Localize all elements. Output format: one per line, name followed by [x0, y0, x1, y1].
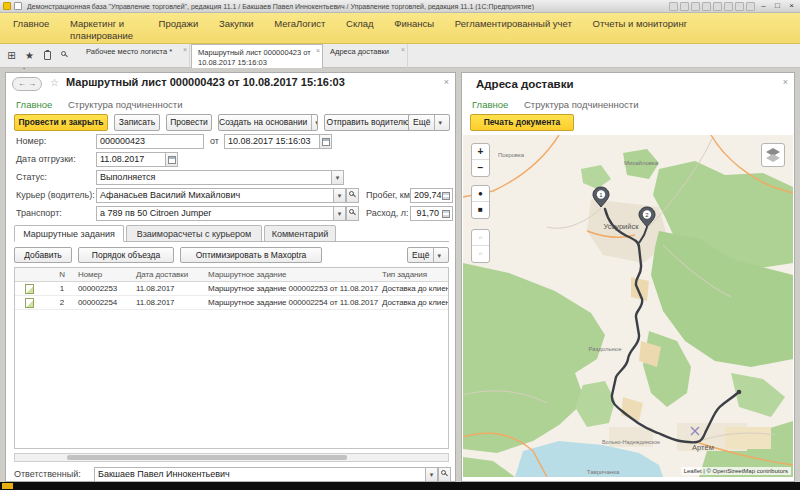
send-to-driver-button[interactable]: Отправить водителю: [324, 114, 412, 131]
titlebar-icon[interactable]: [746, 2, 755, 11]
menu-item-sales[interactable]: Продажи: [150, 16, 208, 32]
ship-date-field[interactable]: 11.08.2017: [96, 152, 166, 167]
chevron-down-icon[interactable]: ▾: [434, 115, 445, 130]
nav-main-link[interactable]: Главное: [16, 99, 52, 110]
zoom-in-button[interactable]: +: [472, 144, 489, 160]
create-based-on-button[interactable]: Создать на основании▾: [218, 114, 318, 131]
table-row[interactable]: 2 000002254 11.08.2017 Маршрутное задани…: [15, 296, 449, 310]
favorite-star-icon[interactable]: ☆: [50, 77, 59, 88]
tab-comment[interactable]: Комментарий: [264, 225, 336, 242]
history-clipboard-icon[interactable]: [40, 48, 55, 63]
titlebar-icon[interactable]: [713, 2, 722, 11]
col-task-type[interactable]: Тип задания: [379, 268, 449, 282]
menu-item-warehouse[interactable]: Склад: [337, 16, 383, 32]
draw-square-button[interactable]: ■: [472, 202, 489, 218]
col-number[interactable]: Номер: [75, 268, 133, 282]
horizontal-scrollbar[interactable]: [14, 453, 449, 462]
status-dropdown-button[interactable]: ▾: [331, 170, 344, 185]
disabled-tool-button[interactable]: ▫: [472, 246, 489, 262]
chevron-down-icon[interactable]: ▾: [433, 248, 444, 263]
optimize-maxoptra-button[interactable]: Оптимизировать в Maxoptra: [180, 247, 322, 263]
tab-route-sheet[interactable]: Маршрутный лист 000000423 от 10.08.2017 …: [191, 44, 323, 68]
tab-close-icon[interactable]: ×: [183, 45, 187, 54]
menu-item-megalogist[interactable]: МегаЛогист: [265, 16, 334, 32]
responsible-open-button[interactable]: [438, 467, 451, 482]
disabled-tool-button[interactable]: ▫: [472, 230, 489, 246]
tab-close-icon[interactable]: ×: [401, 45, 405, 54]
titlebar-icon[interactable]: [680, 2, 689, 11]
titlebar-icon[interactable]: [735, 2, 744, 11]
col-n[interactable]: N: [49, 268, 75, 282]
draw-circle-button[interactable]: ●: [472, 186, 489, 202]
tab-route-tasks[interactable]: Маршрутные задания: [14, 225, 124, 242]
tab-delivery-addresses[interactable]: Адреса доставки ×: [324, 44, 408, 68]
titlebar-icon[interactable]: [691, 2, 700, 11]
scrollbar-thumb[interactable]: [67, 455, 347, 460]
map-layers-control[interactable]: [761, 143, 785, 167]
titlebar-icon[interactable]: [724, 2, 733, 11]
responsible-dropdown-button[interactable]: ▾: [425, 467, 438, 482]
close-button[interactable]: ×: [785, 1, 798, 11]
print-document-button[interactable]: Печать документа: [470, 114, 574, 131]
back-arrow-icon[interactable]: ←: [18, 79, 26, 88]
transport-dropdown-button[interactable]: ▾: [333, 206, 346, 221]
panel-close-icon[interactable]: ×: [783, 77, 788, 87]
responsible-field[interactable]: Бакшаев Павел Иннокентьевич: [94, 467, 426, 482]
post-button[interactable]: Провести: [166, 114, 212, 131]
add-row-button[interactable]: Добавить: [14, 247, 72, 263]
cell-task: Маршрутное задание 000002254 от 11.08.20…: [205, 296, 379, 310]
titlebar-icon[interactable]: [702, 2, 711, 11]
nav-main-link[interactable]: Главное: [472, 99, 508, 110]
forward-arrow-icon[interactable]: →: [28, 79, 36, 88]
panel-close-icon[interactable]: ×: [444, 77, 449, 87]
mileage-field[interactable]: 209,74: [410, 188, 453, 203]
calculator-icon[interactable]: [442, 210, 450, 218]
tab-close-icon[interactable]: ×: [316, 46, 320, 55]
mileage-label: Пробег, км:: [366, 190, 412, 200]
nav-structure-link[interactable]: Структура подчиненности: [68, 99, 182, 110]
app-icon-1c: [3, 2, 11, 10]
tab-courier-settlements[interactable]: Взаиморасчеты с курьером: [126, 225, 262, 242]
calculator-icon[interactable]: [442, 192, 450, 200]
menu-item-reports[interactable]: Отчеты и мониторинг: [584, 16, 697, 32]
transport-open-button[interactable]: [346, 206, 359, 221]
calendar-button[interactable]: [165, 152, 178, 167]
fuel-field[interactable]: 91,70: [410, 206, 453, 221]
menu-item-regulated[interactable]: Регламентированный учет: [446, 16, 581, 32]
col-delivery-date[interactable]: Дата доставки: [133, 268, 205, 282]
transport-field[interactable]: а 789 пв 50 Citroen Jumper: [96, 206, 334, 221]
courier-dropdown-button[interactable]: ▾: [333, 188, 346, 203]
zoom-out-button[interactable]: −: [472, 160, 489, 176]
menu-item-finance[interactable]: Финансы: [385, 16, 443, 32]
table-row[interactable]: 1 000002253 11.08.2017 Маршрутное задани…: [15, 282, 449, 296]
menu-item-purchases[interactable]: Закупки: [210, 16, 263, 32]
status-field[interactable]: Выполняется: [96, 170, 332, 185]
menu-item-marketing[interactable]: Маркетинг и планирование: [61, 16, 147, 44]
titlebar-icon[interactable]: [669, 2, 678, 11]
table-more-button[interactable]: Ещё▾: [407, 247, 449, 263]
chevron-down-icon[interactable]: ▾: [311, 115, 318, 130]
favorites-star-icon[interactable]: ★: [22, 48, 37, 63]
menu-item-main[interactable]: Главное: [4, 16, 58, 32]
courier-field[interactable]: Афанасьев Василий Михайлович: [96, 188, 334, 203]
minimize-button[interactable]: –: [757, 1, 770, 11]
from-label: от: [210, 136, 219, 146]
nav-structure-link[interactable]: Структура подчиненности: [524, 99, 638, 110]
courier-open-button[interactable]: [346, 188, 359, 203]
calendar-button[interactable]: [319, 134, 332, 149]
post-and-close-button[interactable]: Провести и закрыть: [14, 114, 108, 131]
save-button[interactable]: Записать: [114, 114, 160, 131]
maximize-button[interactable]: □: [771, 1, 784, 11]
col-route-task[interactable]: Маршрутное задание: [205, 268, 379, 282]
map-canvas[interactable]: 1 2 Покровка Михайловка Уссурийск Раздол…: [463, 135, 793, 477]
more-button[interactable]: Ещё▾: [408, 114, 450, 131]
cell-task: Маршрутное задание 000002253 от 11.08.20…: [205, 282, 379, 296]
taskbar-chip: [2, 483, 13, 489]
tab-logist-workplace[interactable]: Рабочее место логиста * ×: [80, 44, 190, 68]
number-field[interactable]: 000000423: [96, 134, 204, 149]
menu-grid-icon[interactable]: ⊞: [4, 48, 19, 63]
map-container[interactable]: 1 2 Покровка Михайловка Уссурийск Раздол…: [463, 135, 793, 477]
route-order-button[interactable]: Порядок объезда: [78, 247, 174, 263]
datetime-field[interactable]: 10.08.2017 15:16:03: [224, 134, 320, 149]
search-icon[interactable]: [58, 48, 73, 63]
